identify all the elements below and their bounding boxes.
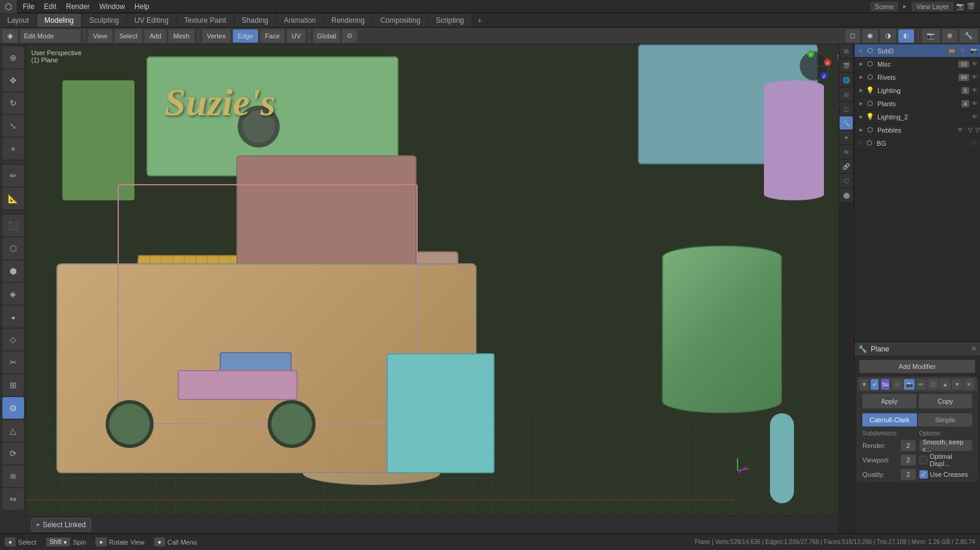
outliner-item-bg[interactable]: □ ⬡ BG 👁	[855, 137, 980, 150]
mod-realtime-btn[interactable]: ☉	[892, 379, 903, 390]
props-icon-output[interactable]: ⊞	[840, 44, 853, 58]
mesh-btn[interactable]: Mesh	[169, 29, 194, 43]
render-anim-icon[interactable]: 🎬	[967, 2, 975, 10]
camera-btn[interactable]: 📷	[922, 29, 940, 43]
apply-btn[interactable]: Apply	[862, 394, 916, 408]
props-icon-world[interactable]: ◎	[840, 88, 853, 101]
view-btn[interactable]: View	[88, 29, 112, 43]
menu-edit[interactable]: Edit	[39, 0, 61, 13]
add-btn[interactable]: Add	[145, 29, 166, 43]
props-icon-material[interactable]: ⬤	[840, 188, 853, 202]
render-value[interactable]: 2	[901, 440, 916, 451]
modifier-expand-icon[interactable]: ▼	[860, 379, 868, 390]
props-icon-data[interactable]: ⬡	[840, 174, 853, 187]
add-workspace-btn[interactable]: +	[472, 14, 487, 27]
visibility-icon[interactable]: 👁	[972, 87, 980, 94]
extrude-tool[interactable]: ⬡	[2, 238, 24, 259]
edge-btn[interactable]: Edge	[233, 29, 258, 43]
uv-btn[interactable]: UV	[287, 29, 305, 43]
props-icon-particles[interactable]: ✦	[840, 131, 853, 144]
tab-scripting[interactable]: Scripting	[428, 14, 471, 27]
menu-window[interactable]: Window	[94, 0, 130, 13]
props-icon-modifiers[interactable]: 🔧	[840, 116, 853, 130]
visibility-icon[interactable]: 👁	[972, 100, 980, 107]
outliner-item-pebbles[interactable]: ▶ ⬡ Pebbles 👁 ▽ ▽	[855, 124, 980, 137]
active-tool[interactable]: ⊙	[2, 397, 24, 419]
measure-tool[interactable]: 📐	[2, 188, 24, 209]
outliner-item-subd[interactable]: ▶ ⬡ SubD 99 👁 📷	[855, 44, 980, 58]
copy-btn[interactable]: Copy	[919, 394, 973, 408]
rotate-tool[interactable]: ↻	[2, 92, 24, 114]
catmull-clark-tab[interactable]: Catmull-Clark	[862, 413, 917, 426]
snapping-btn[interactable]: 🔧	[960, 29, 978, 43]
visibility-icon[interactable]: 👁	[972, 140, 980, 146]
menu-help[interactable]: Help	[130, 0, 154, 13]
add-cube-tool[interactable]: ⬛	[2, 215, 24, 236]
optimal-checkbox[interactable]	[919, 456, 927, 464]
tab-shading[interactable]: Shading	[235, 14, 275, 27]
mode-dropdown[interactable]: Edit Mode	[20, 29, 80, 43]
render-shading-btn[interactable]: ◐	[898, 29, 914, 43]
smooth-dropdown[interactable]: Smooth, keep c...	[919, 440, 973, 451]
loop-cut-tool[interactable]: ⬥	[2, 306, 24, 327]
props-icon-view[interactable]: 🎬	[840, 59, 853, 72]
select-btn[interactable]: Select	[115, 29, 143, 43]
smooth-tool[interactable]: ≋	[2, 465, 24, 487]
inset-tool[interactable]: ⬢	[2, 260, 24, 282]
transform-tool[interactable]: ⌖	[2, 138, 24, 160]
visibility-icon[interactable]: 👁	[972, 61, 980, 67]
tab-rendering[interactable]: Rendering	[324, 14, 371, 27]
menu-file[interactable]: File	[18, 0, 39, 13]
knife-tool[interactable]: ✂	[2, 351, 24, 373]
outliner-item-misc[interactable]: ▶ ⬡ Misc 10 👁	[855, 58, 980, 71]
tab-sculpting[interactable]: Sculpting	[82, 14, 126, 27]
mod-close-btn[interactable]: ✕	[964, 379, 975, 390]
mod-render-btn[interactable]: 📷	[904, 379, 915, 390]
tab-texture-paint[interactable]: Texture Paint	[177, 14, 233, 27]
view-layer-selector[interactable]: View Layer	[912, 2, 954, 11]
scene-overlay-btn[interactable]: ⊕	[942, 29, 957, 43]
mode-icon-btn[interactable]: ◈	[2, 29, 18, 43]
cursor-tool[interactable]: ⊕	[2, 47, 24, 68]
modifier-check-icon[interactable]: ✓	[871, 379, 879, 390]
mod-down-btn[interactable]: ▼	[952, 379, 963, 390]
outliner-item-lighting2[interactable]: ▶ 💡 Lighting_2 👁	[855, 110, 980, 124]
face-btn[interactable]: Face	[260, 29, 284, 43]
scene-selector[interactable]: Scene	[870, 2, 898, 11]
mod-edit-btn[interactable]: ✏	[916, 379, 927, 390]
nav-gizmo-sphere[interactable]: X Y Z	[798, 49, 831, 83]
simple-tab[interactable]: Simple	[918, 413, 973, 426]
bevel-tool[interactable]: ◈	[2, 283, 24, 305]
tab-modeling[interactable]: Modeling	[37, 14, 81, 27]
tab-compositing[interactable]: Compositing	[373, 14, 428, 27]
transform-dropdown[interactable]: Global	[313, 29, 340, 43]
use-creases-checkbox[interactable]: ✓	[919, 470, 928, 479]
annotate-tool[interactable]: ✏	[2, 165, 24, 187]
slide-tool[interactable]: ⇔	[2, 488, 24, 510]
3d-viewport[interactable]: Suzie's	[26, 44, 854, 533]
render-vis-icon[interactable]: 📷	[970, 47, 980, 54]
props-icon-object[interactable]: ◻	[840, 102, 853, 115]
props-icon-constraints[interactable]: 🔗	[840, 160, 853, 173]
add-modifier-btn[interactable]: Add Modifier	[859, 360, 975, 373]
offset-edge-tool[interactable]: ◇	[2, 329, 24, 350]
props-close-btn[interactable]: ✕	[971, 345, 976, 353]
mod-cage-btn[interactable]: ⬡	[928, 379, 939, 390]
menu-render[interactable]: Render	[61, 0, 94, 13]
material-btn[interactable]: ◑	[880, 29, 896, 43]
quality-value[interactable]: 2	[901, 469, 916, 480]
tab-layout[interactable]: Layout	[0, 14, 36, 27]
mod-up-btn[interactable]: ▲	[940, 379, 951, 390]
spin-tool[interactable]: ⟳	[2, 443, 24, 464]
bisect-tool[interactable]: ⊞	[2, 374, 24, 396]
visibility-icon[interactable]: 👁	[972, 74, 980, 80]
render-icon[interactable]: 📷	[956, 2, 964, 10]
props-icon-physics[interactable]: ≋	[840, 145, 853, 158]
move-tool[interactable]: ✥	[2, 70, 24, 91]
scale-tool[interactable]: ⤡	[2, 115, 24, 137]
proportional-btn[interactable]: ⊙	[342, 29, 357, 43]
visibility-icon[interactable]: 👁	[960, 47, 968, 54]
tab-uv-editing[interactable]: UV Editing	[127, 14, 176, 27]
vertex-btn[interactable]: Vertex	[202, 29, 230, 43]
visibility-icon[interactable]: 👁	[957, 127, 966, 133]
